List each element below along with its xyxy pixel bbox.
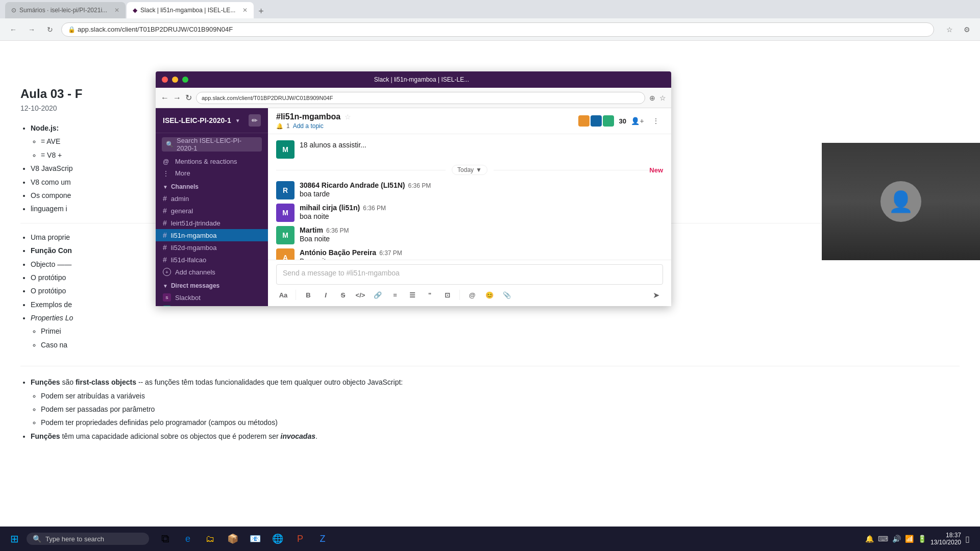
sidebar-item-mentions[interactable]: @ Mentions & reactions xyxy=(156,156,268,167)
msg-author-martim: Martim xyxy=(300,226,323,234)
channel-header: #li51n-mgamboa ☆ 🔔 1 Add a topic xyxy=(268,108,671,134)
zoom-app[interactable]: Z xyxy=(312,529,333,549)
powerpoint-app[interactable]: P xyxy=(290,529,310,549)
slack-back-button[interactable]: ← xyxy=(161,93,169,103)
miguel-avatar: M xyxy=(163,306,171,306)
sidebar-item-slackbot[interactable]: S Slackbot xyxy=(156,291,268,304)
emoji-button[interactable]: 😊 xyxy=(482,288,497,302)
messages-area[interactable]: M 18 alunos a assistir... Today ▼ xyxy=(268,134,671,260)
windows-logo-icon: ⊞ xyxy=(10,533,19,545)
star-icon[interactable]: ☆ xyxy=(345,113,351,121)
blockquote-button[interactable]: " xyxy=(423,288,437,302)
italic-button[interactable]: I xyxy=(318,288,333,302)
add-channels-label: Add channels xyxy=(175,268,215,276)
code-button[interactable]: </> xyxy=(353,288,368,302)
new-badge: New xyxy=(649,166,663,174)
channels-section-header[interactable]: ▼ Channels xyxy=(156,179,268,192)
edge-browser-app[interactable]: e xyxy=(178,529,198,549)
ordered-list-button[interactable]: ≡ xyxy=(388,288,402,302)
battery-icon[interactable]: 🔋 xyxy=(918,535,926,543)
address-bar[interactable]: 🔒 app.slack.com/client/T01BP2DRUJW/C01B9… xyxy=(61,22,934,37)
zoom-button[interactable]: ⊕ xyxy=(649,94,655,102)
member-count[interactable]: 30 xyxy=(619,117,626,125)
start-button[interactable]: ⊞ xyxy=(4,529,24,549)
compose-button[interactable]: ✏ xyxy=(249,114,261,127)
msg-content-mihail: mihail cirja (li51n) 6:36 PM boa noite xyxy=(300,204,663,222)
another-app-1[interactable]: 📦 xyxy=(223,529,243,549)
channel-li51d-label: li51d-lfalcao xyxy=(171,256,206,264)
taskbar-date-display: 13/10/2020 xyxy=(930,539,961,546)
keyboard-icon[interactable]: ⌨ xyxy=(878,535,888,543)
another-app-2[interactable]: 📧 xyxy=(245,529,265,549)
attachment-button[interactable]: 📎 xyxy=(500,288,514,302)
msg-avatar-mihail: M xyxy=(276,204,295,222)
slack-main: #li51n-mgamboa ☆ 🔔 1 Add a topic xyxy=(268,108,671,306)
slackbot-label: Slackbot xyxy=(175,294,201,302)
network-icon[interactable]: 📶 xyxy=(905,535,914,543)
slack-url-bar[interactable]: app.slack.com/client/T01BP2DRUJW/C01B909… xyxy=(196,92,645,104)
webcam-person: 👤 xyxy=(822,143,980,260)
slackbot-avatar: S xyxy=(163,293,171,302)
sidebar-item-more[interactable]: ⋮ More xyxy=(156,167,268,179)
slack-forward-button[interactable]: → xyxy=(173,93,181,103)
slack-search-bar[interactable]: 🔍 Search ISEL-LEIC-PI-2020-1 xyxy=(162,137,262,152)
chrome-app[interactable]: 🌐 xyxy=(267,529,288,549)
slack-body: ISEL-LEIC-PI-2020-1 ▼ ✏ 🔍 Search ISEL-LE… xyxy=(156,108,671,306)
message-precount: M 18 alunos a assistir... xyxy=(268,138,671,161)
more-options-button[interactable]: ⋮ xyxy=(649,114,663,128)
message-mihail: M mihail cirja (li51n) 6:36 PM boa noite xyxy=(268,202,671,224)
reload-button[interactable]: ↻ xyxy=(43,22,57,37)
extensions-button[interactable]: ⚙ xyxy=(960,22,974,37)
taskbar-apps: ⧉ e 🗂 📦 📧 🌐 P Z xyxy=(155,529,333,549)
code-block-button[interactable]: ⊡ xyxy=(440,288,454,302)
volume-icon[interactable]: 🔊 xyxy=(892,535,901,543)
explorer-app[interactable]: 🗂 xyxy=(200,529,220,549)
slack-reload-button[interactable]: ↻ xyxy=(185,93,192,103)
sidebar-item-li52d[interactable]: # li52d-mgamboa xyxy=(156,241,268,254)
tab-bar: ⊙ Sumários · isel-leic-pi/PI-2021i... ✕ … xyxy=(0,0,980,18)
tab-slack[interactable]: ◆ Slack | li51n-mgamboa | ISEL-LE... ✕ xyxy=(127,2,254,18)
sidebar-item-general[interactable]: # general xyxy=(156,205,268,217)
new-tab-button[interactable]: + xyxy=(254,4,268,18)
show-desktop-button[interactable]: ▯ xyxy=(965,534,970,544)
bookmark-star-button[interactable]: ☆ xyxy=(659,94,666,102)
tab-github[interactable]: ⊙ Sumários · isel-leic-pi/PI-2021i... ✕ xyxy=(5,2,126,18)
address-bar-row: ← → ↻ 🔒 app.slack.com/client/T01BP2DRUJW… xyxy=(0,18,980,41)
slack-search-area: 🔍 Search ISEL-LEIC-PI-2020-1 xyxy=(156,133,268,156)
back-button[interactable]: ← xyxy=(6,22,20,37)
link-button[interactable]: 🔗 xyxy=(371,288,385,302)
dm-section-header[interactable]: ▼ Direct messages xyxy=(156,278,268,291)
more-icon: ⋮ xyxy=(163,170,171,177)
window-minimize-button[interactable] xyxy=(172,77,178,83)
browser-window: ⊙ Sumários · isel-leic-pi/PI-2021i... ✕ … xyxy=(0,0,980,551)
format-toggle-button[interactable]: Aa xyxy=(276,288,290,302)
unordered-list-button[interactable]: ☰ xyxy=(405,288,420,302)
message-input[interactable]: Send a message to #li51n-mgamboa xyxy=(276,264,663,285)
taskbar-clock[interactable]: 18:37 13/10/2020 xyxy=(930,532,961,546)
sidebar-item-miguel[interactable]: M Miguel Gamboa you xyxy=(156,304,268,306)
lower-content: Funções são first-class objects -- as fu… xyxy=(20,377,960,442)
sidebar-item-admin[interactable]: # admin xyxy=(156,192,268,205)
bookmark-button[interactable]: ☆ xyxy=(942,22,957,37)
send-button[interactable]: ➤ xyxy=(649,288,663,302)
taskview-button[interactable]: ⧉ xyxy=(155,529,176,549)
add-channels-button[interactable]: + Add channels xyxy=(156,266,268,278)
strikethrough-button[interactable]: S xyxy=(336,288,350,302)
sidebar-item-leirt51d[interactable]: # leirt51d-jtrindade xyxy=(156,217,268,229)
slack-browser-bar: ← → ↻ app.slack.com/client/T01BP2DRUJW/C… xyxy=(156,88,671,108)
workspace-header[interactable]: ISEL-LEIC-PI-2020-1 ▼ ✏ xyxy=(156,108,268,133)
sidebar-item-li51d[interactable]: # li51d-lfalcao xyxy=(156,254,268,266)
notification-icon[interactable]: 🔔 xyxy=(865,535,874,543)
msg-text-precount: 18 alunos a assistir... xyxy=(300,141,366,149)
window-maximize-button[interactable] xyxy=(182,77,188,83)
window-close-button[interactable] xyxy=(162,77,168,83)
add-member-button[interactable]: 👤+ xyxy=(630,114,645,128)
bold-button[interactable]: B xyxy=(301,288,315,302)
taskbar-search-bar[interactable]: 🔍 Type here to search xyxy=(27,533,149,545)
date-badge[interactable]: Today ▼ xyxy=(452,165,487,175)
forward-button[interactable]: → xyxy=(24,22,39,37)
sidebar-item-li51n[interactable]: # li51n-mgamboa xyxy=(156,229,268,241)
mention-button[interactable]: @ xyxy=(465,288,479,302)
message-ricardo: R 30864 Ricardo Andrade (LI51N) 6:36 PM … xyxy=(268,179,671,202)
add-topic-link[interactable]: Add a topic xyxy=(293,122,324,130)
